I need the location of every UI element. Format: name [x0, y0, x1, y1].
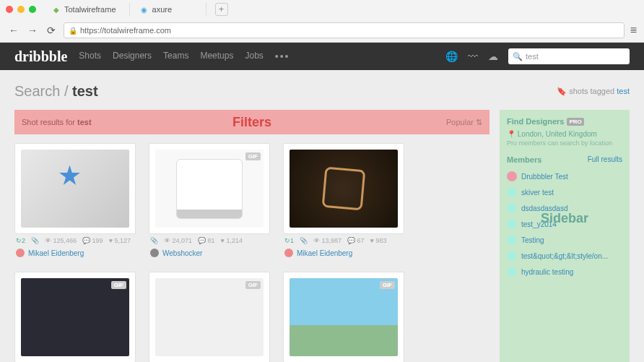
- member-item[interactable]: Testing: [507, 232, 622, 248]
- avatar: [507, 203, 517, 213]
- rebound-icon: ↻1: [284, 237, 294, 244]
- members-heading: Members Full results: [507, 155, 622, 164]
- author-name: Mikael Eidenberg: [297, 249, 352, 257]
- shot-card[interactable]: GIF: [283, 272, 404, 362]
- reload-button[interactable]: ⟳: [45, 24, 58, 37]
- forward-button[interactable]: →: [26, 24, 39, 37]
- results-column: Shot results for test Filters Popular ⇅ …: [14, 110, 489, 362]
- nav-teams[interactable]: Teams: [163, 51, 188, 62]
- shot-card[interactable]: GIF 📎 👁 24,071 💬 81 ♥ 1,214 Webshocker: [149, 143, 270, 259]
- shot-thumbnail[interactable]: [14, 143, 136, 234]
- shot-author[interactable]: Webshocker: [149, 247, 270, 259]
- location-link[interactable]: 📍 London, United Kingdom: [507, 130, 622, 138]
- results-for-label: Shot results for test: [22, 118, 92, 126]
- back-button[interactable]: ←: [7, 24, 20, 37]
- likes-count: ♥ 983: [370, 237, 387, 244]
- title-row: Search / test 🔖 shots tagged test: [14, 83, 630, 100]
- search-value: test: [526, 52, 539, 61]
- main-columns: Shot results for test Filters Popular ⇅ …: [14, 110, 630, 362]
- sidebar-overlay-label: Sidebar: [541, 211, 588, 226]
- nav-more-icon[interactable]: •••: [275, 51, 290, 62]
- location-sub: Pro members can search by location: [507, 139, 622, 147]
- shot-card[interactable]: GIF: [14, 272, 136, 362]
- views-count: 👁 24,071: [164, 237, 192, 244]
- likes-count: ♥ 5,127: [109, 237, 131, 244]
- sort-dropdown[interactable]: Popular ⇅: [446, 118, 482, 127]
- full-results-link[interactable]: Full results: [588, 155, 622, 164]
- avatar: [507, 187, 517, 197]
- logo[interactable]: dribbble: [14, 48, 67, 65]
- tagged-link[interactable]: test: [617, 87, 630, 95]
- rebound-icon: ↻2: [16, 237, 25, 244]
- sidebar: Find Designers PRO 📍 London, United King…: [500, 110, 630, 362]
- shot-thumbnail[interactable]: GIF: [149, 272, 270, 362]
- site-header: dribbble Shots Designers Teams Meetups J…: [0, 43, 644, 70]
- upload-icon[interactable]: ☁: [488, 51, 498, 62]
- new-tab-button[interactable]: +: [215, 3, 228, 16]
- site-content: dribbble Shots Designers Teams Meetups J…: [0, 43, 644, 362]
- author-name: Webshocker: [162, 249, 202, 257]
- favicon: ◉: [140, 5, 149, 14]
- shot-author[interactable]: Mikael Eidenberg: [283, 247, 404, 259]
- nav-shots[interactable]: Shots: [79, 51, 101, 62]
- shot-stats: 📎 👁 24,071 💬 81 ♥ 1,214: [149, 234, 270, 247]
- views-count: 👁 125,466: [45, 237, 77, 244]
- browser-tab-totalwireframe[interactable]: ◆ Totalwireframe: [46, 3, 130, 16]
- main-nav: Shots Designers Teams Meetups Jobs •••: [79, 51, 290, 62]
- browser-toolbar: ← → ⟳ 🔒 https://totalwireframe.com ≡: [0, 19, 644, 42]
- search-icon: 🔍: [513, 52, 523, 61]
- author-avatar: [16, 249, 25, 257]
- lock-icon: 🔒: [69, 27, 77, 35]
- comments-count: 💬 67: [347, 237, 365, 244]
- nav-jobs[interactable]: Jobs: [245, 51, 263, 62]
- shot-stats: ↻1 📎 👁 13,987 💬 67 ♥ 983: [283, 234, 404, 247]
- browser-tab-axure[interactable]: ◉ axure: [134, 3, 206, 16]
- favicon: ◆: [52, 5, 61, 14]
- tab-bar: ◆ Totalwireframe ◉ axure +: [0, 0, 644, 19]
- gif-badge: GIF: [380, 281, 395, 289]
- gif-badge: GIF: [245, 281, 261, 289]
- tagged-info: 🔖 shots tagged test: [557, 87, 630, 96]
- shot-thumbnail[interactable]: GIF: [14, 272, 136, 362]
- tagged-prefix: shots tagged: [569, 87, 614, 95]
- avatar: [507, 235, 517, 245]
- attach-icon: 📎: [31, 237, 39, 244]
- activity-icon[interactable]: 〰: [468, 51, 478, 62]
- author-name: Mikael Eidenberg: [28, 249, 84, 257]
- comments-count: 💬 81: [198, 237, 215, 244]
- tab-title: axure: [152, 5, 173, 14]
- search-term: test: [72, 83, 98, 99]
- shot-thumbnail[interactable]: GIF: [283, 272, 404, 362]
- shot-card[interactable]: GIF: [149, 272, 270, 362]
- page-title: Search / test: [14, 83, 98, 100]
- author-avatar: [284, 249, 293, 257]
- search-input[interactable]: 🔍 test: [508, 48, 630, 64]
- shot-thumbnail[interactable]: GIF: [149, 143, 270, 234]
- menu-button[interactable]: ≡: [630, 24, 637, 37]
- shot-stats: ↻2 📎 👁 125,466 💬 199 ♥ 5,127: [14, 234, 136, 247]
- avatar: [507, 171, 517, 181]
- filter-bar: Shot results for test Filters Popular ⇅: [14, 110, 489, 134]
- attach-icon: 📎: [300, 237, 308, 244]
- member-item[interactable]: skiver test: [507, 184, 622, 200]
- member-item[interactable]: Drubbbler Test: [507, 168, 622, 184]
- close-window-button[interactable]: [6, 6, 13, 13]
- filters-overlay-label: Filters: [232, 115, 271, 130]
- minimize-window-button[interactable]: [17, 6, 25, 13]
- author-avatar: [150, 249, 159, 257]
- shot-thumbnail[interactable]: [283, 143, 404, 234]
- nav-designers[interactable]: Designers: [113, 51, 152, 62]
- nav-meetups[interactable]: Meetups: [200, 51, 233, 62]
- avatar: [507, 219, 517, 229]
- shot-card[interactable]: ↻2 📎 👁 125,466 💬 199 ♥ 5,127 Mikael Eide…: [14, 143, 136, 259]
- globe-icon[interactable]: 🌐: [445, 51, 458, 62]
- member-item[interactable]: hydraulic testing: [507, 264, 622, 280]
- maximize-window-button[interactable]: [29, 6, 36, 13]
- shot-card[interactable]: ↻1 📎 👁 13,987 💬 67 ♥ 983 Mikael Eidenber…: [283, 143, 404, 259]
- shot-author[interactable]: Mikael Eidenberg: [14, 247, 136, 259]
- address-bar[interactable]: 🔒 https://totalwireframe.com: [64, 22, 625, 38]
- gif-badge: GIF: [245, 152, 261, 160]
- member-item[interactable]: test&quot;&gt;&lt;style/on...: [507, 248, 622, 264]
- avatar: [507, 267, 517, 277]
- window-controls: [6, 6, 36, 13]
